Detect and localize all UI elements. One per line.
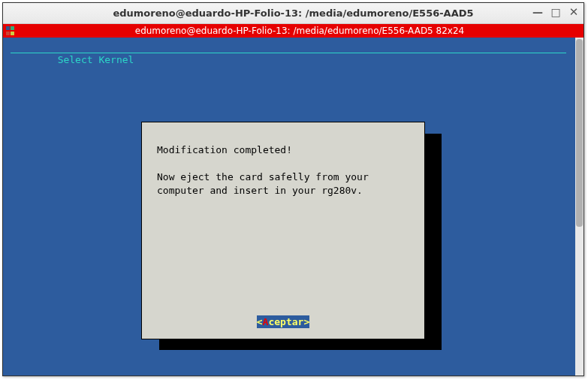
minimize-button[interactable]: — <box>531 5 544 19</box>
terminal-area: Select Kernel Modification completed! No… <box>3 38 583 375</box>
dialog-line: Now eject the card safelly from your <box>157 171 369 182</box>
terminal-tab-icon[interactable] <box>5 26 16 36</box>
message-dialog: Modification completed! Now eject the ca… <box>141 122 425 339</box>
frame-border-top <box>11 53 566 53</box>
dialog-button-row: <Aceptar> <box>142 315 424 328</box>
accept-button[interactable]: <Aceptar> <box>257 315 309 328</box>
window-title: edumoreno@eduardo-HP-Folio-13: /media/ed… <box>113 8 473 19</box>
button-label: ceptar <box>268 316 303 327</box>
window-titlebar[interactable]: edumoreno@eduardo-HP-Folio-13: /media/ed… <box>3 3 583 24</box>
maximize-button[interactable]: □ <box>549 5 562 19</box>
scrollbar-thumb[interactable] <box>576 39 583 227</box>
ncurses-frame: Select Kernel <box>11 41 566 92</box>
window-controls: — □ ✕ <box>531 5 580 19</box>
close-button[interactable]: ✕ <box>567 5 580 19</box>
scrollbar[interactable] <box>575 38 583 375</box>
dialog-line: Modification completed! <box>157 144 292 155</box>
dialog-message: Modification completed! Now eject the ca… <box>157 143 412 198</box>
dialog-line: computer and insert in your rg280v. <box>157 185 363 196</box>
terminal-content[interactable]: Select Kernel Modification completed! No… <box>3 38 575 375</box>
tab-label[interactable]: edumoreno@eduardo-HP-Folio-13: /media/ed… <box>16 26 583 36</box>
terminal-window: edumoreno@eduardo-HP-Folio-13: /media/ed… <box>2 2 584 376</box>
tab-bar: edumoreno@eduardo-HP-Folio-13: /media/ed… <box>3 24 583 38</box>
frame-title: Select Kernel <box>58 54 134 65</box>
